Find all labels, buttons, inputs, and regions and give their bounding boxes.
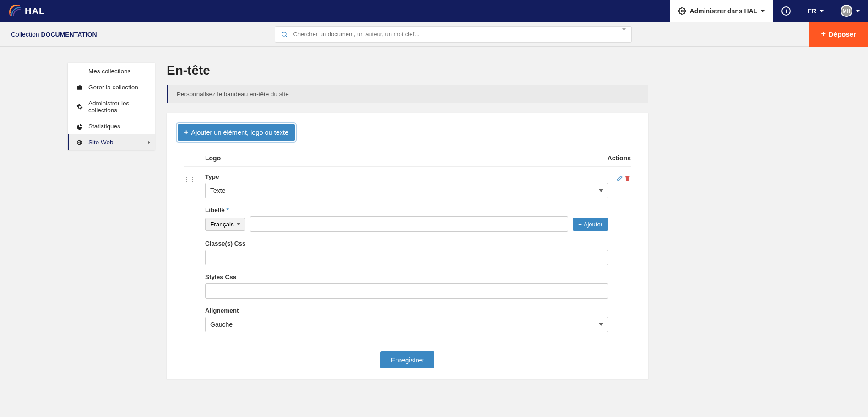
pie-chart-icon	[76, 123, 83, 130]
add-element-button[interactable]: + Ajouter un élément, logo ou texte	[178, 124, 295, 141]
globe-icon	[76, 139, 83, 146]
align-label: Alignement	[205, 307, 608, 314]
topbar: HAL Administrer dans HAL i FR MH	[0, 0, 868, 22]
language-select-label: Français	[210, 221, 234, 228]
deposer-label: Déposer	[829, 30, 856, 38]
avatar: MH	[841, 5, 852, 17]
libelle-label: Libellé *	[205, 207, 608, 214]
svg-point-0	[681, 10, 683, 12]
sidebar-item-site-web[interactable]: Site Web	[68, 134, 155, 150]
add-libelle-label: Ajouter	[584, 221, 602, 228]
sidebar-item-label: Gerer la collection	[88, 84, 138, 91]
chevron-down-icon	[622, 28, 626, 38]
search-input[interactable]	[293, 31, 617, 38]
required-indicator: *	[227, 207, 229, 214]
css-classes-label: Classe(s) Css	[205, 240, 608, 247]
delete-button[interactable]	[624, 175, 631, 340]
sidebar-item-label: Statistiques	[88, 123, 120, 130]
page-title: En-tête	[167, 63, 648, 78]
save-button[interactable]: Enregistrer	[380, 351, 434, 368]
chevron-down-icon	[820, 10, 824, 12]
sidebar: Mes collections Gerer la collection Admi…	[68, 63, 155, 150]
sidebar-item-gerer[interactable]: Gerer la collection	[68, 79, 155, 95]
align-select[interactable]: Gauche	[205, 317, 608, 332]
language-select-button[interactable]: Français	[205, 218, 245, 231]
sidebar-item-label: Administrer les collections	[88, 100, 147, 114]
admin-menu[interactable]: Administrer dans HAL	[670, 0, 773, 22]
drag-handle[interactable]: ⋮⋮	[184, 173, 205, 340]
edit-button[interactable]	[616, 175, 623, 340]
table-row: ⋮⋮ Type Texte	[184, 167, 631, 340]
admin-menu-label: Administrer dans HAL	[690, 7, 758, 15]
chevron-down-icon	[761, 10, 765, 12]
type-select[interactable]: Texte	[205, 183, 608, 198]
user-menu[interactable]: MH	[832, 0, 868, 22]
logo-text: HAL	[25, 6, 45, 16]
sidebar-item-administrer[interactable]: Administrer les collections	[68, 95, 155, 118]
type-label: Type	[205, 173, 608, 180]
table-header: Logo Actions	[184, 150, 631, 167]
sidebar-item-statistiques[interactable]: Statistiques	[68, 118, 155, 134]
css-styles-input[interactable]	[205, 283, 608, 299]
sidebar-item-label: Mes collections	[88, 68, 130, 75]
hal-logo-icon	[9, 5, 21, 17]
subbar: Collection DOCUMENTATION + Déposer	[0, 22, 868, 47]
add-libelle-button[interactable]: + Ajouter	[573, 218, 608, 231]
css-styles-label: Styles Css	[205, 274, 608, 280]
chevron-down-icon	[856, 10, 860, 12]
panel: + Ajouter un élément, logo ou texte Logo…	[167, 113, 648, 379]
deposer-button[interactable]: + Déposer	[809, 22, 868, 47]
language-label: FR	[808, 7, 816, 15]
column-actions: Actions	[594, 154, 631, 162]
language-menu[interactable]: FR	[799, 0, 832, 22]
collection-prefix: Collection	[11, 31, 41, 38]
briefcase-icon	[76, 84, 83, 91]
gear-icon	[678, 7, 686, 15]
svg-point-1	[282, 32, 286, 36]
plus-icon: +	[184, 128, 188, 137]
column-logo: Logo	[205, 154, 594, 162]
info-icon: i	[781, 6, 791, 16]
drag-icon: ⋮⋮	[184, 178, 196, 180]
info-box: Personnalisez le bandeau en-tête du site	[167, 85, 648, 103]
search-icon[interactable]	[281, 31, 288, 38]
search-filter-toggle[interactable]	[622, 31, 626, 38]
svg-line-2	[286, 36, 287, 37]
breadcrumb[interactable]: Collection DOCUMENTATION	[0, 31, 97, 38]
css-classes-input[interactable]	[205, 250, 608, 265]
sidebar-item-mes-collections[interactable]: Mes collections	[68, 63, 155, 79]
gear-icon	[76, 104, 83, 110]
info-button[interactable]: i	[773, 0, 799, 22]
chevron-down-icon	[237, 223, 240, 225]
search-box	[275, 26, 632, 43]
logo[interactable]: HAL	[0, 0, 45, 22]
add-element-label: Ajouter un élément, logo ou texte	[191, 129, 288, 136]
sidebar-item-label: Site Web	[88, 139, 114, 146]
plus-icon: +	[578, 221, 582, 228]
libelle-input[interactable]	[250, 216, 568, 232]
plus-icon: +	[821, 29, 826, 39]
chevron-right-icon	[148, 141, 150, 144]
collection-name: DOCUMENTATION	[41, 31, 97, 38]
